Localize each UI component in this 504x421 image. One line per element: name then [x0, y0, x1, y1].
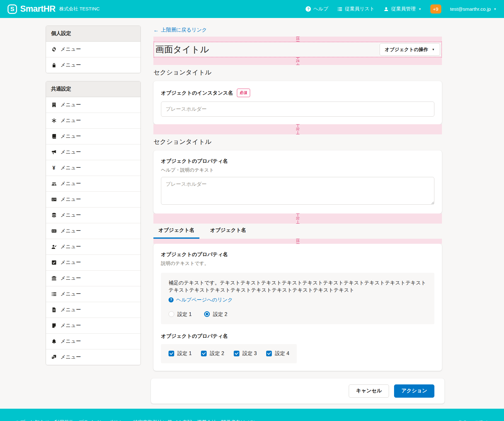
bank-icon — [51, 276, 57, 281]
instance-name-card: オブジェクトのインスタンス名必須 — [153, 81, 442, 124]
cancel-button[interactable]: キャンセル — [349, 384, 389, 398]
sidebar-item-menu[interactable]: メニュー — [46, 334, 140, 349]
sidebar-item-menu[interactable]: メニュー — [46, 208, 140, 223]
section-title: セクションタイトル — [153, 137, 442, 146]
ruler-value: 32 — [295, 127, 300, 131]
nav-help[interactable]: ? ヘルプ — [306, 6, 328, 12]
tab-object-2[interactable]: オブジェクト名 — [205, 224, 251, 239]
checkbox-checked-icon[interactable] — [234, 351, 239, 356]
back-to-parent-link[interactable]: ← 上階層に戻るリンク — [153, 27, 207, 33]
check-square-icon — [51, 260, 57, 265]
sidebar-item-label: メニュー — [60, 102, 81, 108]
sidebar-group-title: 共通設定 — [46, 81, 140, 97]
footer-link-company[interactable]: 運営会社 — [197, 419, 216, 421]
account-menu[interactable]: test@smarthr.co.jp ▼ — [450, 6, 496, 12]
checkbox-label: 設定 3 — [243, 350, 257, 357]
megaphone-icon — [51, 149, 57, 155]
sidebar-item-label: メニュー — [60, 165, 81, 171]
sidebar-item-menu[interactable]: メニュー — [46, 144, 140, 160]
sidebar-item-menu[interactable]: メニュー — [46, 286, 140, 302]
app-footer: ヘルプ お知らせ 利用規約 プライバシーポリシー 特定商取引法に基づく表記 運営… — [0, 409, 504, 421]
sidebar-item-menu[interactable]: メニュー — [46, 318, 140, 334]
footer-link-privacy[interactable]: プライバシーポリシー — [79, 419, 129, 421]
account-email: test@smarthr.co.jp — [450, 6, 491, 12]
sidebar-item-label: メニュー — [60, 243, 81, 250]
action-bar-card: キャンセル アクション — [151, 378, 444, 404]
sidebar-item-menu[interactable]: メニュー — [46, 302, 140, 318]
checkbox-option-3[interactable]: 設定 3 — [234, 350, 257, 357]
page-title-row: 画面タイトル オブジェクトの操作 ▼ — [153, 42, 442, 57]
radio-label: 設定 2 — [213, 311, 227, 318]
checkbox-checked-icon[interactable] — [201, 351, 207, 356]
sidebar-item-label: メニュー — [60, 307, 81, 313]
chevron-down-icon: ▼ — [419, 8, 421, 11]
sidebar-item-menu[interactable]: メニュー — [46, 349, 140, 365]
sidebar-item-label: メニュー — [60, 259, 81, 266]
radio-option-1[interactable]: 設定 1 — [169, 311, 192, 318]
checkbox-label: 設定 4 — [275, 350, 289, 357]
tab-bar: オブジェクト名 オブジェクト名 — [153, 224, 442, 239]
sidebar-item-menu[interactable]: メニュー — [46, 113, 140, 129]
section-title: セクションタイトル — [153, 68, 442, 77]
nav-help-label: ヘルプ — [313, 6, 328, 12]
checkbox-option-2[interactable]: 設定 2 — [201, 350, 224, 357]
footer-link-news[interactable]: お知らせ — [30, 419, 50, 421]
radio-group: 設定 1 設定 2 — [169, 311, 427, 318]
sidebar-item-menu[interactable]: メニュー — [46, 192, 140, 208]
dice-icon — [51, 354, 57, 360]
property-textarea[interactable] — [161, 177, 434, 205]
copyright: © SmartHR, Inc. — [458, 419, 494, 421]
radio-checked-icon[interactable] — [204, 311, 210, 317]
yen-icon: ¥ — [51, 165, 57, 171]
checkbox-option-1[interactable]: 設定 1 — [169, 350, 192, 357]
instance-name-input[interactable] — [161, 102, 434, 117]
footer-link-commerce-law[interactable]: 特定商取引法に基づく表記 — [133, 419, 192, 421]
help-page-link[interactable]: ? ヘルプページへのリンク — [169, 296, 233, 303]
sidebar-item-menu[interactable]: メニュー — [46, 239, 140, 255]
sidebar-item-menu[interactable]: メニュー — [46, 223, 140, 239]
ruler-value: 16 — [295, 239, 300, 243]
sidebar-item-menu[interactable]: メニュー — [46, 42, 140, 57]
nav-employee-admin[interactable]: 従業員管理 ▼ — [383, 6, 421, 12]
help-link-label: ヘルプページへのリンク — [176, 296, 233, 303]
action-button[interactable]: アクション — [394, 384, 434, 398]
sidebar-item-menu[interactable]: メニュー — [46, 176, 140, 192]
radio-option-2[interactable]: 設定 2 — [204, 311, 227, 318]
sidebar-item-label: メニュー — [60, 212, 81, 219]
money-check-icon — [51, 228, 57, 234]
object-action-label: オブジェクトの操作 — [385, 47, 428, 53]
footer-link-help[interactable]: ヘルプ — [10, 419, 25, 421]
logo-letter: S — [10, 6, 14, 12]
sidebar-item-label: メニュー — [60, 322, 81, 329]
object-action-dropdown-button[interactable]: オブジェクトの操作 ▼ — [380, 43, 440, 56]
spacing-indicator-32: 32 — [153, 213, 442, 224]
checkbox-option-4[interactable]: 設定 4 — [266, 350, 289, 357]
smarthr-logo[interactable]: S SmartHR — [8, 4, 55, 14]
radio-unchecked-icon[interactable] — [169, 311, 174, 317]
field-label: オブジェクトのプロパティ名 — [161, 158, 434, 165]
sidebar-item-label: メニュー — [60, 117, 81, 124]
checkbox-checked-icon[interactable] — [266, 351, 272, 356]
sidebar-item-menu[interactable]: メニュー — [46, 271, 140, 286]
property-textarea-card: オブジェクトのプロパティ名 ヘルプ・説明のテキスト — [153, 150, 442, 213]
sidebar-item-label: メニュー — [60, 338, 81, 345]
note-check-icon — [51, 323, 57, 328]
footer-link-developer-api[interactable]: 開発者向け API — [221, 419, 255, 421]
sidebar-item-menu[interactable]: メニュー — [46, 97, 140, 113]
book-icon — [51, 134, 57, 139]
nav-employee-list[interactable]: 従業員リスト — [337, 6, 375, 12]
checkbox-checked-icon[interactable] — [169, 351, 174, 356]
sidebar-item-menu[interactable]: メニュー — [46, 57, 140, 73]
sidebar-item-menu[interactable]: メニュー — [46, 129, 140, 144]
tab-object-1[interactable]: オブジェクト名 — [153, 224, 199, 239]
sidebar-item-label: メニュー — [60, 291, 81, 297]
sidebar-item-label: メニュー — [60, 149, 81, 155]
list-icon — [337, 7, 343, 12]
sidebar-item-menu[interactable]: ¥ メニュー — [46, 160, 140, 176]
sidebar-item-label: メニュー — [60, 46, 81, 53]
checkbox-label: 設定 1 — [177, 350, 192, 357]
sidebar-item-label: メニュー — [60, 180, 81, 187]
footer-link-terms[interactable]: 利用規約 — [54, 419, 74, 421]
sidebar-item-menu[interactable]: メニュー — [46, 255, 140, 271]
notification-badge[interactable]: +9 — [430, 4, 441, 14]
